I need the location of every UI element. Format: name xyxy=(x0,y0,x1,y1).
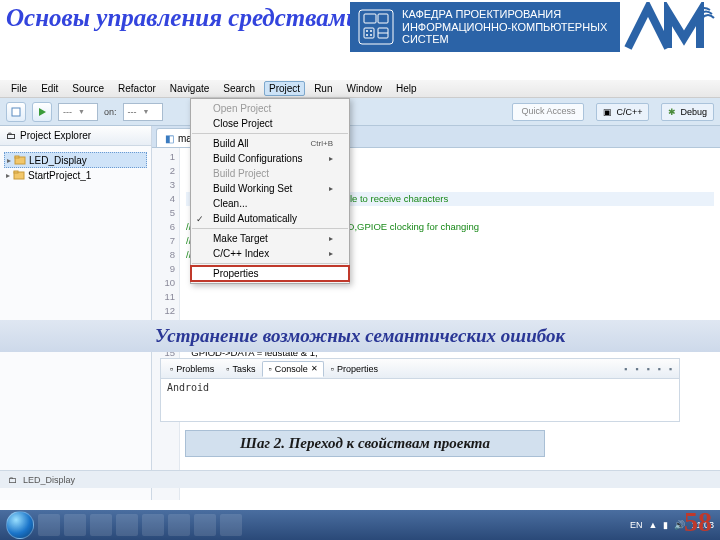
bottom-panel: ▫Problems▫Tasks▫Console ✕▫Properties▪▪▪▪… xyxy=(160,358,680,422)
menu-help[interactable]: Help xyxy=(391,81,422,96)
start-button[interactable] xyxy=(6,511,34,539)
mid-caption-text: Устранение возможных семантических ошибо… xyxy=(155,325,565,347)
lang-indicator[interactable]: EN xyxy=(630,520,643,530)
menu-run[interactable]: Run xyxy=(309,81,337,96)
properties-icon: ▫ xyxy=(331,364,334,374)
windows-taskbar: EN ▲ ▮ 🔊 11:03 xyxy=(0,510,720,540)
menu-edit[interactable]: Edit xyxy=(36,81,63,96)
project-icon xyxy=(13,169,25,181)
expand-icon: ▸ xyxy=(7,156,11,165)
menu-item-close-project[interactable]: Close Project xyxy=(191,116,349,131)
terminal-icon[interactable]: ▪ xyxy=(621,364,630,374)
pin-icon[interactable]: ▪ xyxy=(632,364,641,374)
page-number: 58 xyxy=(684,506,712,538)
submenu-arrow-icon: ▸ xyxy=(329,234,333,243)
project-menu-dropdown: Open ProjectClose ProjectBuild AllCtrl+B… xyxy=(190,98,350,284)
taskbar-app-icon[interactable] xyxy=(142,514,164,536)
menubar: FileEditSourceRefactorNavigateSearchProj… xyxy=(0,80,720,98)
svg-rect-15 xyxy=(14,171,18,173)
taskbar-app-icon[interactable] xyxy=(64,514,86,536)
panel-tab-tasks[interactable]: ▫Tasks xyxy=(221,362,260,376)
project-explorer-tab[interactable]: 🗀 Project Explorer xyxy=(0,126,151,146)
tray-flag-icon: ▲ xyxy=(649,520,658,530)
taskbar-app-icon[interactable] xyxy=(116,514,138,536)
perspective-cpp[interactable]: ▣C/C++ xyxy=(596,103,649,121)
taskbar-app-icon[interactable] xyxy=(38,514,60,536)
problems-icon: ▫ xyxy=(170,364,173,374)
project-tree-item[interactable]: ▸LED_Display xyxy=(4,152,147,168)
svg-point-5 xyxy=(370,30,372,32)
svg-rect-13 xyxy=(15,156,19,158)
cpp-icon: ▣ xyxy=(603,107,612,117)
panel-tab-console[interactable]: ▫Console ✕ xyxy=(262,361,323,377)
project-icon xyxy=(14,154,26,166)
run-button[interactable] xyxy=(32,102,52,122)
menu-search[interactable]: Search xyxy=(218,81,260,96)
step-caption-text: Шаг 2. Переход к свойствам проекта xyxy=(240,435,490,452)
project-explorer: 🗀 Project Explorer ▸LED_Display▸StartPro… xyxy=(0,126,152,500)
folder-icon: 🗀 xyxy=(6,130,16,141)
svg-point-6 xyxy=(366,34,368,36)
dept-text: КАФЕДРА ПРОЕКТИРОВАНИЯ ИНФОРМАЦИОННО-КОМ… xyxy=(402,8,612,46)
submenu-arrow-icon: ▸ xyxy=(329,184,333,193)
menu-item-properties[interactable]: Properties xyxy=(191,266,349,281)
on-label: on: xyxy=(104,107,117,117)
dropdown-icon[interactable]: ▪ xyxy=(643,364,652,374)
expand-icon: ▸ xyxy=(6,171,10,180)
menu-item-c-c-index[interactable]: C/C++ Index▸ xyxy=(191,246,349,261)
taskbar-app-icon[interactable] xyxy=(220,514,242,536)
new-button[interactable] xyxy=(6,102,26,122)
c-file-icon: ◧ xyxy=(165,133,174,144)
menu-item-build-project: Build Project xyxy=(191,166,349,181)
perspective-debug[interactable]: ✱Debug xyxy=(661,103,714,121)
statusbar: 🗀 LED_Display xyxy=(0,470,720,488)
menu-source[interactable]: Source xyxy=(67,81,109,96)
svg-marker-11 xyxy=(39,108,46,116)
menu-refactor[interactable]: Refactor xyxy=(113,81,161,96)
maximize-icon[interactable]: ▪ xyxy=(666,364,675,374)
logo-am xyxy=(624,2,716,54)
dept-icon xyxy=(358,9,394,45)
mid-caption-band: Устранение возможных семантических ошибо… xyxy=(0,320,720,352)
menu-item-open-project: Open Project xyxy=(191,101,349,116)
svg-point-4 xyxy=(366,30,368,32)
console-icon: ▫ xyxy=(268,364,271,374)
on-combo[interactable]: ---▼ xyxy=(123,103,163,121)
menu-item-build-working-set[interactable]: Build Working Set▸ xyxy=(191,181,349,196)
quick-access[interactable]: Quick Access xyxy=(512,103,584,121)
bug-icon: ✱ xyxy=(668,107,676,117)
menu-item-clean-[interactable]: Clean... xyxy=(191,196,349,211)
menu-item-build-automatically[interactable]: ✓Build Automatically xyxy=(191,211,349,226)
menu-item-make-target[interactable]: Make Target▸ xyxy=(191,231,349,246)
check-icon: ✓ xyxy=(196,214,204,224)
menu-item-build-all[interactable]: Build AllCtrl+B xyxy=(191,136,349,151)
minimize-icon[interactable]: ▪ xyxy=(655,364,664,374)
menu-item-build-configurations[interactable]: Build Configurations▸ xyxy=(191,151,349,166)
dept-banner: КАФЕДРА ПРОЕКТИРОВАНИЯ ИНФОРМАЦИОННО-КОМ… xyxy=(350,2,620,52)
menu-navigate[interactable]: Navigate xyxy=(165,81,214,96)
svg-rect-10 xyxy=(12,108,20,116)
step-caption-box: Шаг 2. Переход к свойствам проекта xyxy=(185,430,545,457)
console-output: Android xyxy=(161,379,679,396)
menu-file[interactable]: File xyxy=(6,81,32,96)
folder-icon: 🗀 xyxy=(8,475,17,485)
menu-project[interactable]: Project xyxy=(264,81,305,96)
status-project: LED_Display xyxy=(23,475,75,485)
main-toolbar: ---▼ on: ---▼ Quick Access ▣C/C++ ✱Debug xyxy=(0,98,720,126)
menu-window[interactable]: Window xyxy=(341,81,387,96)
panel-tab-problems[interactable]: ▫Problems xyxy=(165,362,219,376)
project-tree-item[interactable]: ▸StartProject_1 xyxy=(4,168,147,182)
taskbar-app-icon[interactable] xyxy=(90,514,112,536)
panel-tab-properties[interactable]: ▫Properties xyxy=(326,362,383,376)
submenu-arrow-icon: ▸ xyxy=(329,154,333,163)
target-combo[interactable]: ---▼ xyxy=(58,103,98,121)
tasks-icon: ▫ xyxy=(226,364,229,374)
svg-point-7 xyxy=(370,34,372,36)
taskbar-app-icon[interactable] xyxy=(168,514,190,536)
tray-network-icon: ▮ xyxy=(663,520,668,530)
taskbar-app-icon[interactable] xyxy=(194,514,216,536)
submenu-arrow-icon: ▸ xyxy=(329,249,333,258)
